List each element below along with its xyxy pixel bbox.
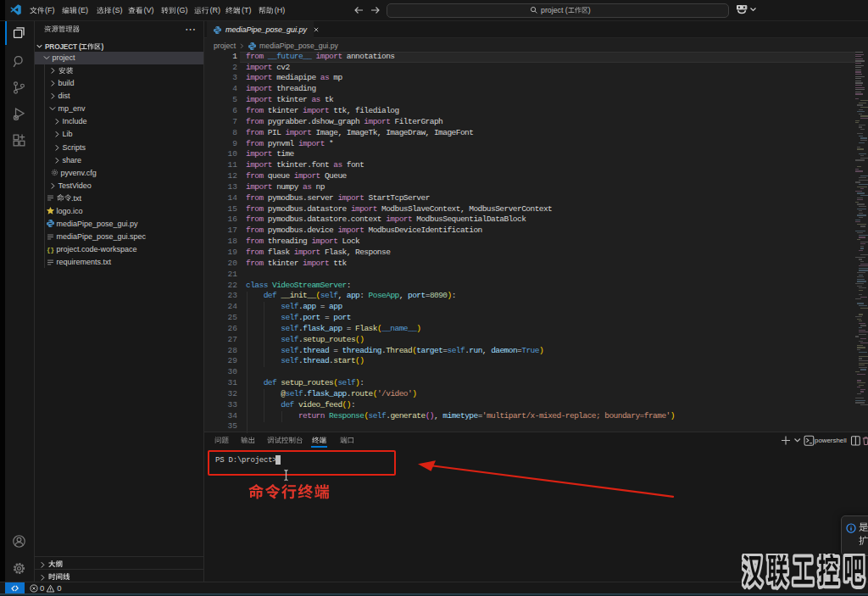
svg-text:{}: {} [47, 247, 54, 253]
